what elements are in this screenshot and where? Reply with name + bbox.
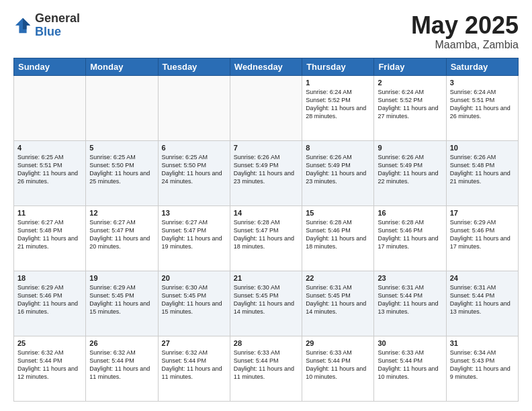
table-row: 9Sunrise: 6:26 AM Sunset: 5:49 PM Daylig…	[374, 140, 446, 205]
day-number: 13	[162, 209, 226, 217]
day-number: 20	[162, 274, 226, 282]
day-content: Sunrise: 6:26 AM Sunset: 5:49 PM Dayligh…	[306, 153, 370, 186]
table-row: 23Sunrise: 6:31 AM Sunset: 5:44 PM Dayli…	[374, 271, 446, 336]
table-row: 25Sunrise: 6:32 AM Sunset: 5:44 PM Dayli…	[14, 336, 86, 401]
day-number: 21	[234, 274, 298, 282]
table-row: 1Sunrise: 6:24 AM Sunset: 5:52 PM Daylig…	[302, 75, 374, 140]
table-row: 13Sunrise: 6:27 AM Sunset: 5:47 PM Dayli…	[158, 205, 230, 271]
table-row: 12Sunrise: 6:27 AM Sunset: 5:47 PM Dayli…	[86, 205, 158, 271]
day-number: 16	[378, 209, 442, 217]
table-row: 5Sunrise: 6:25 AM Sunset: 5:50 PM Daylig…	[86, 140, 158, 205]
day-content: Sunrise: 6:30 AM Sunset: 5:45 PM Dayligh…	[234, 283, 298, 316]
table-row: 7Sunrise: 6:26 AM Sunset: 5:49 PM Daylig…	[230, 140, 302, 205]
logo-general-text: General	[35, 12, 80, 26]
day-content: Sunrise: 6:27 AM Sunset: 5:47 PM Dayligh…	[89, 218, 154, 251]
table-row: 24Sunrise: 6:31 AM Sunset: 5:44 PM Dayli…	[446, 271, 518, 336]
day-content: Sunrise: 6:24 AM Sunset: 5:51 PM Dayligh…	[450, 88, 515, 121]
table-row	[86, 75, 158, 140]
table-row: 17Sunrise: 6:29 AM Sunset: 5:46 PM Dayli…	[446, 205, 518, 271]
table-row: 15Sunrise: 6:28 AM Sunset: 5:46 PM Dayli…	[302, 205, 374, 271]
day-content: Sunrise: 6:32 AM Sunset: 5:44 PM Dayligh…	[89, 349, 154, 381]
day-number: 1	[306, 79, 370, 87]
day-content: Sunrise: 6:29 AM Sunset: 5:46 PM Dayligh…	[17, 283, 82, 316]
day-content: Sunrise: 6:32 AM Sunset: 5:44 PM Dayligh…	[162, 349, 226, 381]
day-content: Sunrise: 6:26 AM Sunset: 5:49 PM Dayligh…	[234, 153, 298, 186]
day-number: 15	[306, 209, 370, 217]
table-row: 30Sunrise: 6:33 AM Sunset: 5:44 PM Dayli…	[374, 336, 446, 401]
calendar-week-row: 25Sunrise: 6:32 AM Sunset: 5:44 PM Dayli…	[14, 336, 519, 401]
calendar-table: Sunday Monday Tuesday Wednesday Thursday…	[13, 58, 519, 402]
day-number: 8	[306, 144, 370, 152]
table-row: 28Sunrise: 6:33 AM Sunset: 5:44 PM Dayli…	[230, 336, 302, 401]
table-row: 4Sunrise: 6:25 AM Sunset: 5:51 PM Daylig…	[14, 140, 86, 205]
day-number: 14	[234, 209, 298, 217]
day-number: 10	[450, 144, 515, 152]
day-number: 3	[450, 79, 515, 87]
day-content: Sunrise: 6:28 AM Sunset: 5:46 PM Dayligh…	[306, 218, 370, 251]
table-row: 19Sunrise: 6:29 AM Sunset: 5:45 PM Dayli…	[86, 271, 158, 336]
title-block: May 2025 Maamba, Zambia	[411, 12, 519, 51]
table-row: 6Sunrise: 6:25 AM Sunset: 5:50 PM Daylig…	[158, 140, 230, 205]
col-monday: Monday	[86, 58, 158, 75]
day-number: 5	[89, 144, 154, 152]
page: General Blue May 2025 Maamba, Zambia Sun…	[0, 0, 532, 411]
day-content: Sunrise: 6:25 AM Sunset: 5:50 PM Dayligh…	[162, 153, 226, 186]
table-row: 14Sunrise: 6:28 AM Sunset: 5:47 PM Dayli…	[230, 205, 302, 271]
day-content: Sunrise: 6:31 AM Sunset: 5:45 PM Dayligh…	[306, 283, 370, 316]
day-content: Sunrise: 6:26 AM Sunset: 5:48 PM Dayligh…	[450, 153, 515, 186]
day-number: 17	[450, 209, 515, 217]
col-friday: Friday	[374, 58, 446, 75]
day-content: Sunrise: 6:25 AM Sunset: 5:51 PM Dayligh…	[17, 153, 82, 186]
day-content: Sunrise: 6:33 AM Sunset: 5:44 PM Dayligh…	[234, 349, 298, 381]
day-content: Sunrise: 6:33 AM Sunset: 5:44 PM Dayligh…	[306, 349, 370, 381]
day-content: Sunrise: 6:28 AM Sunset: 5:47 PM Dayligh…	[234, 218, 298, 251]
day-number: 4	[17, 144, 82, 152]
day-number: 23	[378, 274, 442, 282]
table-row: 31Sunrise: 6:34 AM Sunset: 5:43 PM Dayli…	[446, 336, 518, 401]
day-content: Sunrise: 6:34 AM Sunset: 5:43 PM Dayligh…	[450, 349, 515, 381]
day-number: 9	[378, 144, 442, 152]
day-number: 29	[306, 339, 370, 347]
header: General Blue May 2025 Maamba, Zambia	[13, 12, 519, 51]
table-row: 8Sunrise: 6:26 AM Sunset: 5:49 PM Daylig…	[302, 140, 374, 205]
day-content: Sunrise: 6:30 AM Sunset: 5:45 PM Dayligh…	[162, 283, 226, 316]
day-content: Sunrise: 6:26 AM Sunset: 5:49 PM Dayligh…	[378, 153, 442, 186]
day-number: 28	[234, 339, 298, 347]
day-number: 11	[17, 209, 82, 217]
day-number: 7	[234, 144, 298, 152]
table-row: 16Sunrise: 6:28 AM Sunset: 5:46 PM Dayli…	[374, 205, 446, 271]
col-saturday: Saturday	[446, 58, 518, 75]
table-row: 21Sunrise: 6:30 AM Sunset: 5:45 PM Dayli…	[230, 271, 302, 336]
calendar-header-row: Sunday Monday Tuesday Wednesday Thursday…	[14, 58, 519, 75]
table-row: 29Sunrise: 6:33 AM Sunset: 5:44 PM Dayli…	[302, 336, 374, 401]
day-number: 27	[162, 339, 226, 347]
day-number: 30	[378, 339, 442, 347]
day-content: Sunrise: 6:32 AM Sunset: 5:44 PM Dayligh…	[17, 349, 82, 381]
calendar-week-row: 1Sunrise: 6:24 AM Sunset: 5:52 PM Daylig…	[14, 75, 519, 140]
table-row: 10Sunrise: 6:26 AM Sunset: 5:48 PM Dayli…	[446, 140, 518, 205]
day-number: 6	[162, 144, 226, 152]
title-location: Maamba, Zambia	[411, 39, 519, 51]
logo-icon	[13, 16, 32, 35]
day-number: 12	[89, 209, 154, 217]
day-number: 24	[450, 274, 515, 282]
day-content: Sunrise: 6:25 AM Sunset: 5:50 PM Dayligh…	[89, 153, 154, 186]
table-row: 18Sunrise: 6:29 AM Sunset: 5:46 PM Dayli…	[14, 271, 86, 336]
table-row	[14, 75, 86, 140]
calendar-week-row: 4Sunrise: 6:25 AM Sunset: 5:51 PM Daylig…	[14, 140, 519, 205]
day-number: 19	[89, 274, 154, 282]
day-number: 25	[17, 339, 82, 347]
logo-blue-text: Blue	[35, 26, 80, 39]
col-thursday: Thursday	[302, 58, 374, 75]
day-content: Sunrise: 6:29 AM Sunset: 5:45 PM Dayligh…	[89, 283, 154, 316]
col-sunday: Sunday	[14, 58, 86, 75]
day-content: Sunrise: 6:24 AM Sunset: 5:52 PM Dayligh…	[378, 88, 442, 121]
logo: General Blue	[13, 12, 80, 39]
table-row: 2Sunrise: 6:24 AM Sunset: 5:52 PM Daylig…	[374, 75, 446, 140]
col-tuesday: Tuesday	[158, 58, 230, 75]
day-content: Sunrise: 6:24 AM Sunset: 5:52 PM Dayligh…	[306, 88, 370, 121]
col-wednesday: Wednesday	[230, 58, 302, 75]
svg-marker-1	[23, 18, 30, 30]
logo-text: General Blue	[35, 12, 80, 39]
table-row: 20Sunrise: 6:30 AM Sunset: 5:45 PM Dayli…	[158, 271, 230, 336]
